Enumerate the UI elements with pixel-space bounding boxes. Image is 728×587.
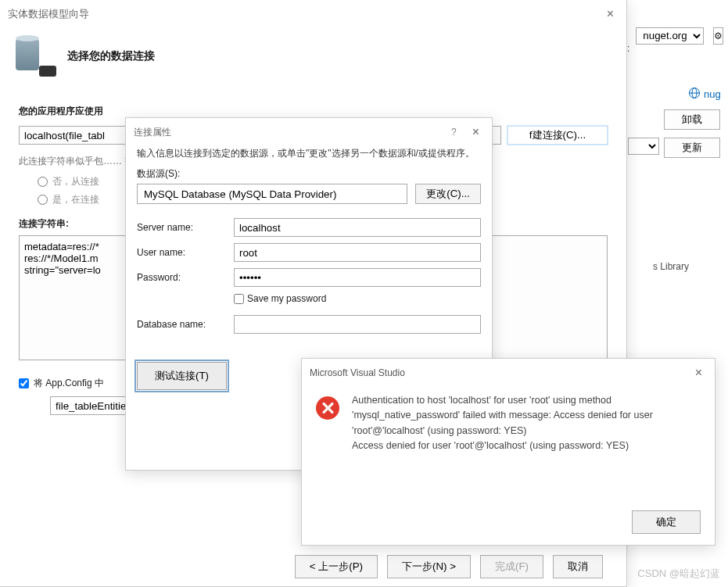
conn-intro-text: 输入信息以连接到选定的数据源，或单击"更改"选择另一个数据源和/或提供程序。 bbox=[137, 146, 481, 161]
error-dialog: Microsoft Visual Studio × Authentication… bbox=[301, 358, 715, 546]
error-icon bbox=[316, 396, 339, 420]
close-icon[interactable]: × bbox=[602, 8, 619, 20]
error-message: Authentication to host 'localhost' for u… bbox=[352, 393, 701, 454]
close-icon[interactable]: × bbox=[468, 126, 484, 138]
user-name-input[interactable] bbox=[234, 243, 481, 262]
radio-no-include[interactable] bbox=[38, 177, 48, 187]
wizard-footer-buttons: < 上一步(P) 下一步(N) > 完成(F) 取消 bbox=[295, 555, 603, 578]
prev-button[interactable]: < 上一步(P) bbox=[295, 555, 378, 578]
cancel-button[interactable]: 取消 bbox=[553, 555, 603, 578]
save-appconfig-checkbox[interactable] bbox=[19, 378, 29, 388]
password-input[interactable] bbox=[234, 268, 481, 287]
user-name-label: User name: bbox=[137, 247, 234, 258]
wizard-titlebar: 实体数据模型向导 × bbox=[0, 0, 626, 23]
wizard-heading: 选择您的数据连接 bbox=[67, 49, 155, 63]
change-button[interactable]: 更改(C)... bbox=[415, 184, 481, 204]
err-titlebar: Microsoft Visual Studio × bbox=[302, 359, 715, 382]
app-conn-label: 您的应用程序应使用 bbox=[19, 105, 608, 118]
save-appconfig-label: 将 App.Config 中 bbox=[34, 377, 104, 390]
database-name-label: Database name: bbox=[137, 319, 234, 330]
database-icon bbox=[14, 38, 52, 75]
save-password-checkbox[interactable] bbox=[234, 294, 244, 304]
package-actions: 卸载 更新 bbox=[628, 109, 720, 158]
update-button[interactable]: 更新 bbox=[664, 138, 720, 158]
nuget-link-text: nug bbox=[704, 88, 721, 100]
close-icon[interactable]: × bbox=[690, 367, 707, 379]
csdn-watermark: CSDN @暗起幻蓝 bbox=[637, 567, 720, 581]
test-connection-button[interactable]: 测试连接(T) bbox=[137, 362, 227, 390]
next-button[interactable]: 下一步(N) > bbox=[387, 555, 471, 578]
radio-yes-include[interactable] bbox=[38, 195, 48, 205]
conn-form: Server name: User name: Password: Save m… bbox=[137, 218, 481, 334]
ok-button[interactable]: 确定 bbox=[632, 510, 701, 534]
err-title: Microsoft Visual Studio bbox=[310, 367, 405, 378]
database-name-input[interactable] bbox=[234, 315, 481, 334]
help-icon[interactable]: ? bbox=[451, 127, 457, 138]
settings-gear-button[interactable]: ⚙ bbox=[713, 27, 723, 45]
new-connection-button[interactable]: f建连接(C)... bbox=[507, 126, 608, 145]
gear-icon: ⚙ bbox=[714, 30, 723, 41]
finish-button: 完成(F) bbox=[480, 555, 543, 578]
data-source-row: 更改(C)... bbox=[137, 184, 481, 204]
server-name-label: Server name: bbox=[137, 222, 234, 233]
package-source-dropdown[interactable]: nuget.org bbox=[636, 27, 704, 45]
server-name-input[interactable] bbox=[234, 218, 481, 237]
radio-yes-label: 是，在连接 bbox=[52, 193, 99, 206]
version-dropdown[interactable] bbox=[628, 138, 659, 155]
data-source-readonly bbox=[137, 184, 407, 204]
library-text-fragment: s Library bbox=[653, 261, 689, 272]
conn-titlebar: 连接属性 ? × bbox=[126, 118, 492, 141]
radio-no-label: 否，从连接 bbox=[52, 175, 99, 188]
save-password-label: Save my password bbox=[247, 293, 326, 304]
globe-icon bbox=[688, 87, 701, 102]
wizard-title: 实体数据模型向导 bbox=[8, 7, 89, 21]
wizard-header: 选择您的数据连接 bbox=[0, 23, 626, 97]
password-label: Password: bbox=[137, 272, 234, 283]
uninstall-button[interactable]: 卸载 bbox=[664, 109, 720, 130]
data-source-label: 数据源(S): bbox=[137, 167, 481, 181]
conn-title: 连接属性 bbox=[134, 126, 171, 139]
